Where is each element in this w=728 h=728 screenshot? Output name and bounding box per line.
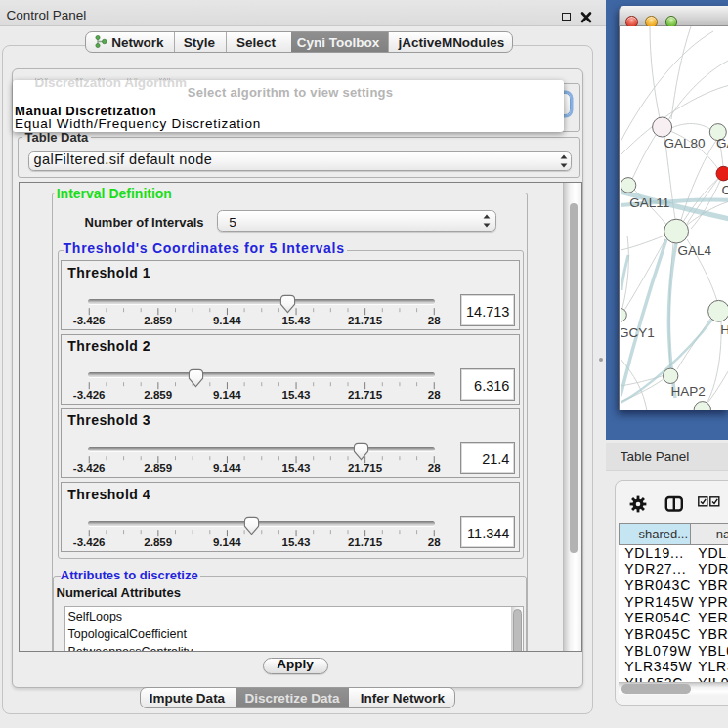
svg-text:GAL11: GAL11 bbox=[629, 195, 669, 210]
svg-text:GAL4: GAL4 bbox=[677, 242, 711, 257]
svg-text:GAL: GAL bbox=[715, 135, 728, 150]
svg-text:GAL80: GAL80 bbox=[664, 136, 705, 150]
svg-text:HAP2: HAP2 bbox=[670, 384, 705, 399]
svg-text:C: C bbox=[721, 183, 728, 197]
svg-text:GCY1: GCY1 bbox=[621, 324, 655, 339]
svg-text:H: H bbox=[720, 322, 728, 337]
